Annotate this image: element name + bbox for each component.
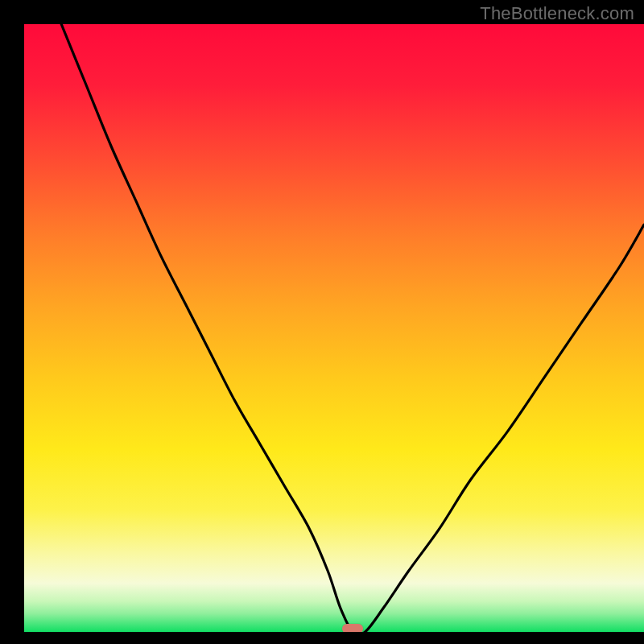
watermark-text: TheBottleneck.com <box>480 3 634 24</box>
optimal-marker <box>342 624 363 632</box>
bottleneck-curve <box>61 24 644 632</box>
curve-layer <box>24 24 644 632</box>
chart-frame: TheBottleneck.com <box>0 0 644 644</box>
plot-area <box>24 24 644 632</box>
